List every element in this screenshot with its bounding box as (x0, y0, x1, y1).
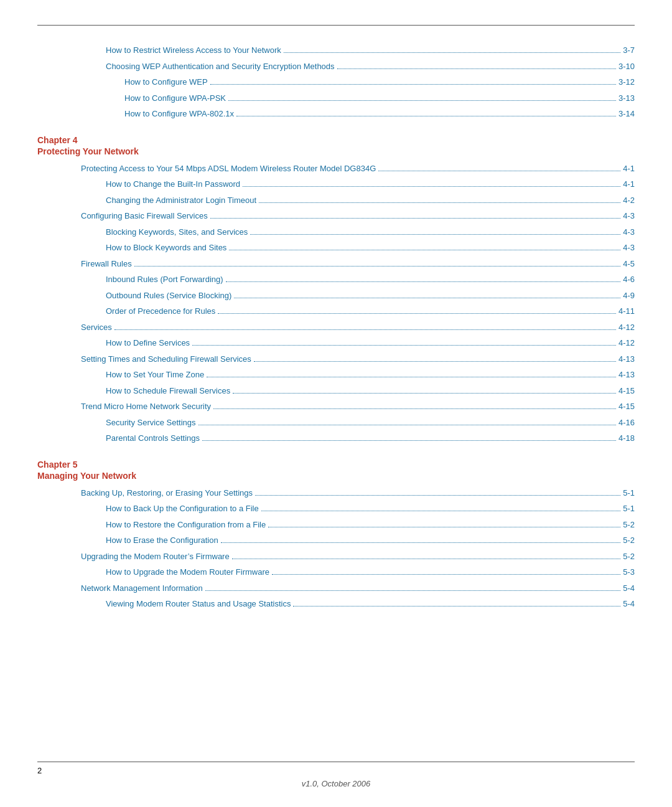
entry-dots (218, 313, 616, 314)
entry-page: 4-1 (623, 163, 635, 175)
chapter-label: Chapter 5 (37, 460, 635, 470)
entry-dots (233, 393, 616, 394)
entry-dots (293, 606, 620, 606)
entry-page: 5-2 (623, 550, 635, 563)
entry-dots (284, 52, 620, 53)
toc-entry: Security Service Settings4-16 (37, 417, 635, 429)
entry-page: 4-2 (623, 194, 635, 207)
entry-page: 5-4 (623, 598, 635, 610)
entry-title: Protecting Access to Your 54 Mbps ADSL M… (81, 163, 376, 175)
entry-dots (234, 298, 620, 298)
entry-dots (232, 559, 621, 559)
entry-page: 4-13 (618, 353, 635, 366)
entry-title: How to Restrict Wireless Access to Your … (106, 44, 281, 57)
bottom-rule (37, 762, 635, 762)
toc-entry: How to Erase the Configuration5-2 (37, 534, 635, 547)
toc-entry: Upgrading the Modem Router’s Firmware5-2 (37, 550, 635, 563)
entry-title: Security Service Settings (106, 417, 196, 429)
entry-dots (213, 408, 616, 409)
entry-page: 4-1 (623, 178, 635, 191)
entry-title: Services (81, 321, 112, 334)
toc-entry: Protecting Access to Your 54 Mbps ADSL M… (37, 163, 635, 175)
entry-dots (255, 495, 620, 496)
entry-title: How to Set Your Time Zone (106, 369, 204, 381)
entry-page: 4-3 (623, 226, 635, 238)
entry-dots (134, 266, 621, 267)
entry-title: Choosing WEP Authentication and Security… (106, 60, 335, 73)
entry-page: 5-1 (623, 487, 635, 499)
toc-entry: Services4-12 (37, 321, 635, 334)
top-rule (37, 25, 635, 26)
entry-title: Changing the Administrator Login Timeout (106, 194, 256, 207)
toc-entry: Backing Up, Restoring, or Erasing Your S… (37, 487, 635, 499)
entry-dots (221, 542, 621, 543)
toc-content: How to Restrict Wireless Access to Your … (37, 44, 635, 610)
entry-dots (236, 116, 616, 116)
entry-page: 5-1 (623, 503, 635, 515)
entry-page: 5-2 (623, 534, 635, 547)
entry-title: Order of Precedence for Rules (106, 305, 215, 318)
entry-dots (192, 345, 616, 346)
entry-title: How to Upgrade the Modem Router Firmware (106, 566, 269, 578)
entry-page: 5-2 (623, 519, 635, 531)
entry-page: 4-18 (618, 432, 635, 445)
toc-entry: Network Management Information5-4 (37, 582, 635, 595)
toc-entry: Blocking Keywords, Sites, and Services4-… (37, 226, 635, 238)
entry-dots (268, 527, 620, 527)
toc-entry: How to Restore the Configuration from a … (37, 519, 635, 531)
footer-version: v1.0, October 2006 (37, 779, 635, 788)
toc-entry: Changing the Administrator Login Timeout… (37, 194, 635, 207)
entry-dots (243, 186, 620, 187)
entry-title: Viewing Modem Router Status and Usage St… (106, 598, 291, 610)
entry-dots (202, 440, 616, 441)
entry-dots (210, 84, 616, 85)
page-container: How to Restrict Wireless Access to Your … (0, 0, 672, 807)
toc-entry: How to Configure WPA-PSK3-13 (37, 92, 635, 105)
entry-title: How to Configure WEP (124, 76, 208, 88)
toc-entry: Inbound Rules (Port Forwarding)4-6 (37, 273, 635, 286)
footer-page-number: 2 (37, 766, 635, 775)
entry-page: 3-12 (618, 76, 635, 88)
entry-title: How to Block Keywords and Sites (106, 242, 226, 254)
entry-page: 4-12 (618, 337, 635, 349)
toc-entry: Parental Controls Settings4-18 (37, 432, 635, 445)
entry-page: 4-16 (618, 417, 635, 429)
toc-entry: Viewing Modem Router Status and Usage St… (37, 598, 635, 610)
entry-title: How to Define Services (106, 337, 190, 349)
entry-dots (210, 218, 620, 219)
toc-entry: How to Restrict Wireless Access to Your … (37, 44, 635, 57)
toc-entry: Outbound Rules (Service Blocking)4-9 (37, 290, 635, 302)
entry-page: 3-7 (623, 44, 635, 57)
entry-title: Network Management Information (81, 582, 203, 595)
entry-dots (229, 250, 620, 250)
toc-entry: Configuring Basic Firewall Services4-3 (37, 210, 635, 222)
entry-dots (337, 68, 616, 69)
entry-dots (114, 329, 616, 330)
entry-dots (272, 574, 620, 575)
toc-entry: How to Back Up the Configuration to a Fi… (37, 503, 635, 515)
entry-page: 4-15 (618, 400, 635, 413)
entry-dots (250, 234, 620, 235)
entry-page: 4-12 (618, 321, 635, 334)
entry-page: 3-10 (618, 60, 635, 73)
toc-entry: How to Upgrade the Modem Router Firmware… (37, 566, 635, 578)
toc-entry: Trend Micro Home Network Security4-15 (37, 400, 635, 413)
entry-title: Upgrading the Modem Router’s Firmware (81, 550, 230, 563)
entry-page: 4-3 (623, 210, 635, 222)
entry-page: 4-5 (623, 258, 635, 270)
chapter-title: Protecting Your Network (37, 146, 635, 156)
entry-title: How to Erase the Configuration (106, 534, 218, 547)
entry-title: How to Configure WPA-PSK (124, 92, 226, 105)
toc-entry: Choosing WEP Authentication and Security… (37, 60, 635, 73)
toc-entry: How to Change the Built-In Password4-1 (37, 178, 635, 191)
chapter-label: Chapter 4 (37, 135, 635, 145)
entry-dots (205, 590, 620, 591)
entry-dots (228, 100, 616, 101)
footer: 2 v1.0, October 2006 (37, 743, 635, 788)
toc-entry: How to Configure WPA-802.1x3-14 (37, 108, 635, 120)
entry-title: Setting Times and Scheduling Firewall Se… (81, 353, 251, 366)
toc-entry: Setting Times and Scheduling Firewall Se… (37, 353, 635, 366)
entry-page: 5-3 (623, 566, 635, 578)
entry-title: Trend Micro Home Network Security (81, 400, 211, 413)
chapter-title: Managing Your Network (37, 471, 635, 481)
